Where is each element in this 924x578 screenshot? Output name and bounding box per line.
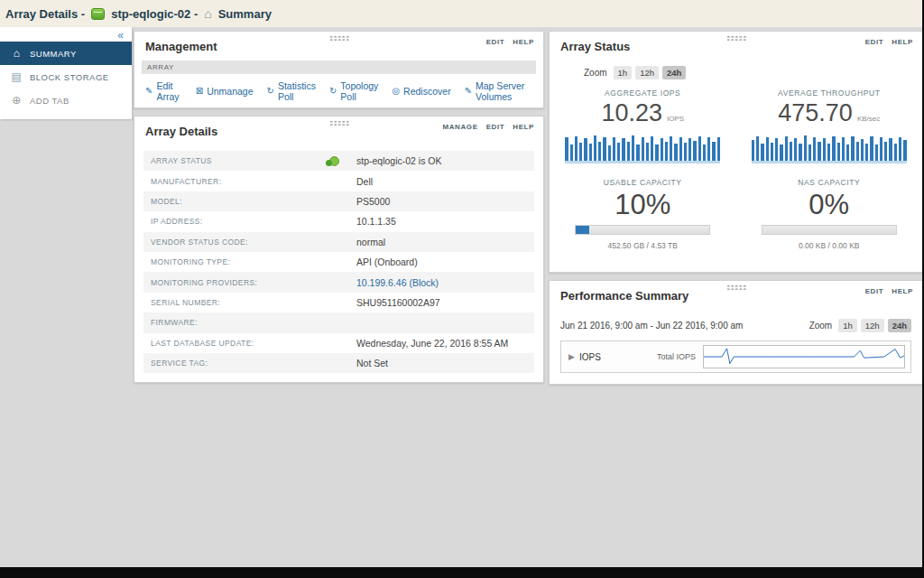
table-row: VENDOR STATUS CODE: normal <box>143 232 534 252</box>
series-label: IOPS <box>579 352 657 362</box>
zoom-12h-button[interactable]: 12h <box>635 66 659 79</box>
array-status-stats: AGGREGATE IOPS 10.23 IOPS AVERAGE THROUG… <box>550 89 922 250</box>
performance-summary-edit-link[interactable]: EDIT <box>865 287 884 295</box>
table-row: MONITORING PROVIDERS: 10.199.6.46 (Block… <box>143 272 534 292</box>
average-throughput-value: 475.70 <box>778 99 853 127</box>
usable-capacity-progress-bar <box>575 225 710 235</box>
page-title: Array Details - <box>5 7 85 21</box>
table-row: ARRAY STATUS stp-eqlogic-02 is OK <box>143 151 534 171</box>
sidebar-item-label: ADD TAB <box>30 96 69 106</box>
performance-summary-panel-header: Performance Summary EDIT HELP <box>550 281 922 306</box>
sidebar-item-label: SUMMARY <box>30 49 77 59</box>
table-row: FIRMWARE: <box>143 312 534 332</box>
zoom-1h-button[interactable]: 1h <box>838 319 857 332</box>
pencil-icon: ✎ <box>465 87 472 96</box>
management-actions: ✎ Edit Array ⊠ Unmanage ↻ Statistics Pol… <box>134 74 543 107</box>
usable-capacity-percent: 10% <box>550 189 736 221</box>
management-panel: Management EDIT HELP ARRAY ✎ Edit Array … <box>134 31 544 108</box>
unmanage-action[interactable]: ⊠ Unmanage <box>196 86 254 97</box>
add-tab-icon: ⊕ <box>11 94 23 107</box>
performance-summary-inforow: Jun 21 2016, 9:00 am - Jun 22 2016, 9:00… <box>550 306 922 332</box>
aggregate-iops-stat: AGGREGATE IOPS 10.23 IOPS <box>550 89 736 163</box>
usable-capacity-stat: USABLE CAPACITY 10% 452.50 GB / 4.53 TB <box>550 163 736 250</box>
zoom-1h-button[interactable]: 1h <box>614 66 633 79</box>
statistics-poll-action[interactable]: ↻ Statistics Poll <box>267 80 316 102</box>
home-icon: ⌂ <box>204 7 211 20</box>
topology-poll-action[interactable]: ↻ Topology Poll <box>329 80 378 102</box>
sidebar-item-summary[interactable]: ⌂ SUMMARY <box>0 42 132 65</box>
status-ok-icon <box>329 156 339 166</box>
average-throughput-bar-chart <box>752 135 907 163</box>
rediscover-icon: ◎ <box>392 87 400 96</box>
bottom-bar <box>0 567 924 578</box>
date-range-label: Jun 21 2016, 9:00 am - Jun 22 2016, 9:00… <box>560 321 743 331</box>
array-details-panel: Array Details MANAGE EDIT HELP ARRAY STA… <box>134 116 544 383</box>
sidebar: « ⌂ SUMMARY ▤ BLOCK STORAGE ⊕ ADD TAB <box>0 27 132 119</box>
drag-handle-icon[interactable] <box>329 35 349 41</box>
page-name: Summary <box>218 7 272 21</box>
aggregate-iops-unit: IOPS <box>667 115 684 123</box>
table-row: SERIAL NUMBER: SHU951160002A97 <box>143 293 534 312</box>
drag-handle-icon[interactable] <box>726 35 746 41</box>
array-group-header: ARRAY <box>142 61 536 74</box>
block-storage-icon: ▤ <box>11 70 23 83</box>
performance-summary-zoom-control: Zoom 1h 12h 24h <box>809 319 911 332</box>
zoom-12h-button[interactable]: 12h <box>861 319 884 332</box>
table-row: MONITORING TYPE: API (Onboard) <box>143 252 534 272</box>
array-device-icon <box>91 8 105 20</box>
sidebar-item-add-tab[interactable]: ⊕ ADD TAB <box>0 89 132 112</box>
drag-handle-icon[interactable] <box>329 120 349 126</box>
unmanage-icon: ⊠ <box>196 87 203 96</box>
array-details-panel-header: Array Details MANAGE EDIT HELP <box>134 117 543 142</box>
zoom-24h-button[interactable]: 24h <box>662 66 686 79</box>
sidebar-collapse-button[interactable]: « <box>0 27 132 42</box>
device-name: stp-eqlogic-02 - <box>111 7 198 21</box>
panel-title: Management <box>145 40 217 53</box>
refresh-icon: ↻ <box>329 87 337 96</box>
nas-capacity-detail: 0.00 KB / 0.00 KB <box>736 241 923 250</box>
refresh-icon: ↻ <box>267 87 274 96</box>
usable-capacity-detail: 452.50 GB / 4.53 TB <box>550 241 736 250</box>
rediscover-action[interactable]: ◎ Rediscover <box>392 86 450 97</box>
array-details-help-link[interactable]: HELP <box>513 123 534 131</box>
array-status-help-link[interactable]: HELP <box>892 38 913 46</box>
performance-summary-help-link[interactable]: HELP <box>892 287 913 295</box>
average-throughput-unit: KB/sec <box>857 115 880 123</box>
array-details-manage-link[interactable]: MANAGE <box>442 123 477 131</box>
map-server-volumes-action[interactable]: ✎ Map Server Volumes <box>465 80 534 102</box>
home-icon: ⌂ <box>11 47 23 60</box>
array-status-edit-link[interactable]: EDIT <box>865 38 884 46</box>
usable-capacity-progress-fill <box>576 226 589 234</box>
nas-capacity-percent: 0% <box>736 189 923 221</box>
total-iops-sparkline <box>703 345 905 368</box>
edit-array-action[interactable]: ✎ Edit Array <box>145 80 182 102</box>
table-row: IP ADDRESS: 10.1.1.35 <box>143 211 534 231</box>
iops-expander-icon[interactable]: ▶ <box>568 352 575 361</box>
nas-capacity-progress-bar <box>762 225 897 235</box>
table-row: MANUFACTURER: Dell <box>143 171 534 191</box>
table-row: LAST DATABASE UPDATE: Wednesday, June 22… <box>143 333 534 353</box>
pencil-icon: ✎ <box>145 87 152 96</box>
array-details-table: ARRAY STATUS stp-eqlogic-02 is OK MANUFA… <box>143 151 534 373</box>
average-throughput-stat: AVERAGE THROUGHPUT 475.70 KB/sec <box>736 89 923 163</box>
table-row: SERVICE TAG: Not Set <box>143 353 534 373</box>
nas-capacity-stat: NAS CAPACITY 0% 0.00 KB / 0.00 KB <box>736 163 923 250</box>
panel-title: Performance Summary <box>560 289 688 303</box>
drag-handle-icon[interactable] <box>726 284 746 290</box>
array-status-panel: Array Status EDIT HELP Zoom 1h 12h 24h A… <box>549 31 923 273</box>
zoom-24h-button[interactable]: 24h <box>888 319 911 332</box>
aggregate-iops-value: 10.23 <box>601 99 662 127</box>
array-details-edit-link[interactable]: EDIT <box>486 123 505 131</box>
table-row: MODEL: PS5000 <box>143 191 534 211</box>
management-help-link[interactable]: HELP <box>513 38 534 46</box>
sidebar-item-block-storage[interactable]: ▤ BLOCK STORAGE <box>0 65 132 89</box>
panel-title: Array Details <box>145 125 217 138</box>
page-header: Array Details - stp-eqlogic-02 - ⌂ Summa… <box>0 0 924 27</box>
aggregate-iops-bar-chart <box>565 135 720 163</box>
management-edit-link[interactable]: EDIT <box>486 38 505 46</box>
sidebar-item-label: BLOCK STORAGE <box>30 72 109 82</box>
monitoring-provider-link[interactable]: 10.199.6.46 (Block) <box>356 277 439 288</box>
array-status-panel-header: Array Status EDIT HELP <box>550 32 922 57</box>
series-sub-label: Total IOPS <box>657 352 696 361</box>
panel-title: Array Status <box>560 40 630 53</box>
